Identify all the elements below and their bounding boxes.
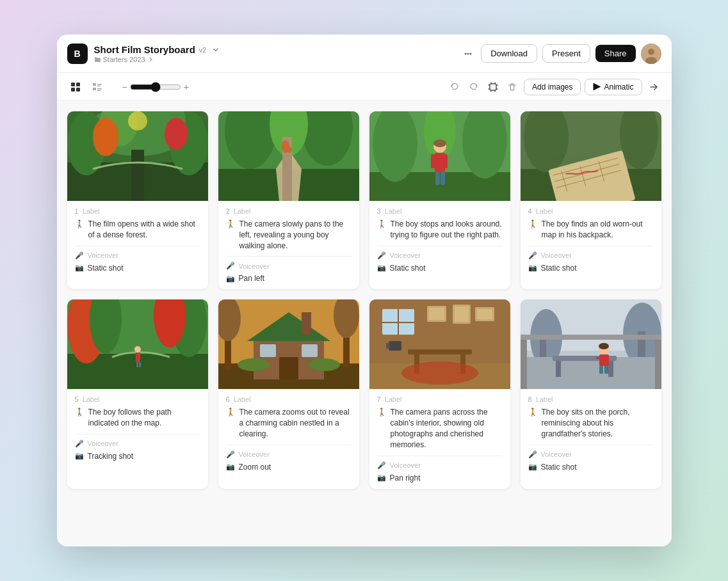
svg-point-76 [308, 358, 340, 371]
svg-rect-6 [71, 83, 75, 86]
mic-icon-6: 🎤 [226, 450, 235, 459]
svg-rect-45 [435, 172, 440, 185]
version-dropdown-button[interactable] [210, 44, 222, 56]
version-badge: v2 [199, 46, 207, 54]
card-number-8: 8 [528, 395, 532, 403]
card-shot-row-3: 📷 Static shot [377, 264, 503, 273]
card-action-row-1: 🚶 The film opens with a wide shot of a d… [75, 219, 200, 241]
svg-point-27 [128, 111, 147, 131]
action-icon-8: 🚶 [528, 408, 538, 417]
more-options-button[interactable] [460, 46, 476, 61]
card-label-row-5: 5 Label [75, 395, 200, 403]
card-shot-row-2: 📷 Pan left [226, 274, 352, 283]
zoom-plus-label: + [184, 82, 189, 92]
card-voiceover-row-3: 🎤 Voiceover [377, 251, 503, 260]
chevron-down-icon [213, 47, 219, 53]
svg-point-75 [238, 358, 270, 371]
card-voiceover-row-2: 🎤 Voiceover [226, 262, 352, 270]
table-row: 6 Label 🚶 The camera zooms out to reveal… [218, 299, 359, 488]
add-images-button[interactable]: Add images [524, 79, 581, 95]
card-divider-7 [377, 456, 503, 456]
card-number-6: 6 [226, 395, 230, 403]
camera-icon-6: 📷 [226, 463, 235, 471]
undo-button[interactable] [447, 79, 462, 95]
table-row: 1 Label 🚶 The film opens with a wide sho… [67, 111, 208, 289]
card-shot-3: Static shot [390, 264, 426, 273]
svg-rect-46 [441, 172, 445, 185]
camera-icon-7: 📷 [377, 474, 386, 482]
card-label-1: Label [83, 207, 100, 215]
svg-rect-43 [431, 154, 436, 168]
card-label-6: Label [234, 395, 251, 403]
scene-illustration-5 [67, 299, 208, 389]
scene-image-2 [218, 111, 359, 201]
scene-illustration-3 [369, 111, 510, 201]
table-row: 8 Label 🚶 The boy sits on the porch, rem… [521, 299, 661, 488]
svg-point-1 [467, 52, 469, 54]
animatic-button[interactable]: Animatic [585, 79, 642, 95]
card-divider-6 [226, 445, 352, 445]
svg-point-47 [433, 139, 446, 147]
card-voiceover-3: Voiceover [390, 251, 421, 259]
svg-rect-86 [455, 306, 469, 322]
trash-icon [507, 82, 517, 92]
card-label-8: Label [536, 395, 553, 403]
delete-button[interactable] [505, 79, 520, 95]
redo-icon [469, 82, 479, 92]
breadcrumb: Starters 2023 [94, 56, 222, 63]
card-action-row-8: 🚶 The boy sits on the porch, reminiscing… [528, 407, 654, 439]
svg-rect-24 [131, 150, 144, 201]
share-button[interactable]: Share [595, 45, 636, 62]
header-right: Download Present Share [460, 44, 661, 64]
svg-rect-61 [136, 362, 138, 367]
card-divider-8 [528, 445, 654, 445]
toolbar: − + [57, 73, 672, 101]
card-description-6: The camera zooms out to reveal a charmin… [239, 407, 352, 439]
redo-button[interactable] [466, 79, 481, 95]
scene-illustration-8 [521, 299, 661, 389]
svg-rect-11 [97, 84, 102, 85]
frame-button[interactable] [485, 79, 501, 95]
svg-rect-111 [599, 366, 603, 374]
card-body-5: 5 Label 🚶 The boy follows the path indic… [67, 389, 208, 467]
card-label-row-4: 4 Label [528, 207, 654, 215]
grid-icon [70, 81, 81, 93]
svg-rect-82 [382, 322, 414, 323]
card-label-3: Label [385, 207, 402, 215]
svg-rect-10 [93, 83, 96, 86]
svg-point-0 [465, 52, 467, 54]
download-button[interactable]: Download [481, 44, 537, 63]
card-voiceover-row-6: 🎤 Voiceover [226, 450, 352, 459]
collapse-button[interactable] [646, 79, 661, 95]
svg-rect-16 [490, 84, 496, 90]
svg-rect-89 [408, 349, 472, 354]
card-shot-1: Static shot [88, 264, 124, 273]
zoom-slider[interactable] [130, 82, 181, 92]
card-body-3: 3 Label 🚶 The boy stops and looks around… [369, 201, 510, 279]
svg-rect-74 [302, 344, 318, 357]
mic-icon-7: 🎤 [377, 461, 386, 470]
action-icon-7: 🚶 [377, 408, 387, 417]
card-body-4: 4 Label 🚶 The boy finds an old worn-out … [521, 201, 661, 279]
svg-point-94 [401, 362, 478, 385]
card-body-2: 2 Label 🚶 The camera slowly pans to the … [218, 201, 359, 289]
card-label-row-2: 2 Label [226, 207, 352, 215]
list-view-button[interactable] [89, 79, 106, 95]
card-voiceover-6: Voiceover [239, 450, 270, 458]
title-group: Short Film Storyboard v2 Starters 2023 [94, 44, 222, 63]
svg-rect-73 [260, 344, 276, 357]
avatar [641, 44, 661, 64]
header-left: B Short Film Storyboard v2 Starters 20 [67, 44, 222, 64]
svg-rect-109 [599, 354, 609, 366]
svg-rect-84 [429, 308, 444, 320]
grid-view-button[interactable] [67, 79, 84, 95]
camera-icon-5: 📷 [75, 452, 84, 460]
svg-rect-103 [655, 335, 661, 389]
card-label-2: Label [234, 207, 251, 215]
user-avatar-image [641, 44, 661, 64]
animatic-label: Animatic [604, 83, 633, 92]
zoom-minus-label: − [122, 82, 127, 92]
present-button[interactable]: Present [542, 44, 590, 63]
action-icon-3: 🚶 [377, 219, 387, 228]
card-label-row-1: 1 Label [75, 207, 200, 215]
